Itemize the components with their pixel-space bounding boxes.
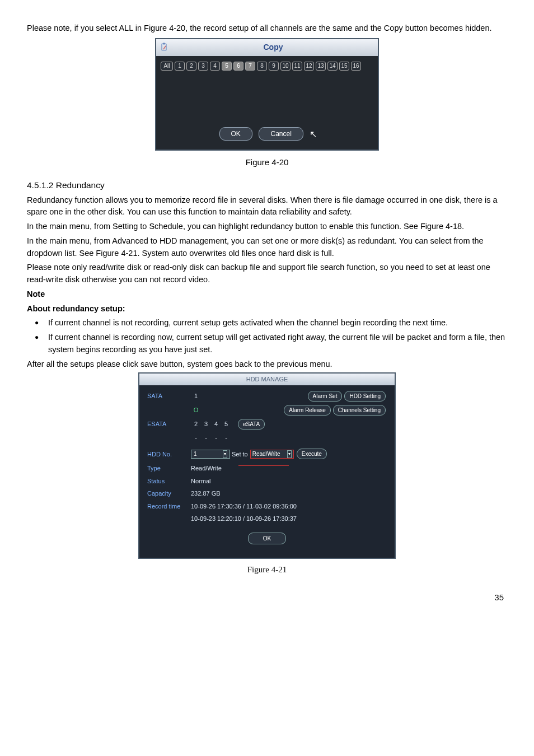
sata-num: 1 bbox=[191, 391, 201, 401]
set-to-select[interactable]: Read/Write ▾ bbox=[250, 450, 294, 459]
section-p2: In the main menu, from Setting to Schedu… bbox=[27, 221, 507, 233]
sata-label: SATA bbox=[147, 391, 191, 401]
figure-4-20-caption: Figure 4-20 bbox=[27, 156, 507, 169]
copy-dialog: Copy All 1 2 3 4 5 6 7 8 9 10 11 12 13 1… bbox=[155, 38, 379, 151]
set-to-label: Set to bbox=[232, 450, 248, 459]
channels-setting-button[interactable]: Channels Setting bbox=[333, 405, 386, 416]
figure-4-21-caption: Figure 4-21 bbox=[27, 563, 507, 576]
hdd-setting-button[interactable]: HDD Setting bbox=[344, 391, 386, 402]
cancel-button[interactable]: Cancel bbox=[259, 127, 303, 141]
record-time-label: Record time bbox=[147, 502, 191, 511]
section-p5: After all the setups please click save b… bbox=[27, 358, 507, 371]
esata-5: 5 bbox=[221, 419, 231, 429]
capacity-label: Capacity bbox=[147, 489, 191, 498]
svg-rect-1 bbox=[163, 43, 165, 44]
hdd-manage-dialog: HDD MANAGE SATA 1 Alarm Set HDD Setting … bbox=[138, 372, 396, 559]
esata-label: ESATA bbox=[147, 419, 191, 429]
ok-button[interactable]: OK bbox=[219, 127, 252, 141]
status-label: Status bbox=[147, 477, 191, 486]
set-to-value: Read/Write bbox=[252, 450, 280, 458]
alarm-release-button[interactable]: Alarm Release bbox=[284, 405, 331, 416]
channel-11[interactable]: 11 bbox=[292, 62, 302, 71]
hdd-ok-button[interactable]: OK bbox=[248, 533, 286, 544]
clipboard-icon bbox=[158, 41, 171, 54]
hdd-manage-title: HDD MANAGE bbox=[139, 374, 395, 385]
bullet-2: If current channel is recording now, cur… bbox=[35, 332, 507, 356]
esata-3: 3 bbox=[201, 419, 211, 429]
bullet-1: If current channel is not recording, cur… bbox=[35, 317, 507, 329]
note-heading: Note bbox=[27, 288, 507, 301]
hdd-no-label: HDD No. bbox=[147, 450, 191, 459]
hdd-no-select[interactable]: 1 ▾ bbox=[191, 450, 230, 459]
channel-3[interactable]: 3 bbox=[198, 62, 208, 71]
channel-1[interactable]: 1 bbox=[175, 62, 185, 71]
cursor-icon: ↖ bbox=[310, 128, 317, 141]
intro-paragraph: Please note, if you select ALL in Figure… bbox=[27, 22, 507, 35]
channel-14[interactable]: 14 bbox=[327, 62, 338, 71]
section-p3: In the main menu, from Advanced to HDD m… bbox=[27, 235, 507, 260]
esata-4: 4 bbox=[211, 419, 221, 429]
channel-7[interactable]: 7 bbox=[245, 62, 255, 71]
channel-16[interactable]: 16 bbox=[351, 62, 361, 71]
copy-dialog-titlebar: Copy bbox=[156, 39, 378, 56]
channel-10[interactable]: 10 bbox=[280, 62, 291, 71]
about-heading: About redundancy setup: bbox=[27, 303, 507, 315]
channel-row: All 1 2 3 4 5 6 7 8 9 10 11 12 13 14 15 … bbox=[161, 62, 373, 71]
record-time-line2: 10-09-23 12:20:10 / 10-09-26 17:30:37 bbox=[191, 514, 297, 524]
chevron-down-icon: ▾ bbox=[287, 450, 292, 458]
hdd-no-value: 1 bbox=[194, 450, 197, 458]
status-value: Normal bbox=[191, 477, 210, 486]
type-label: Type bbox=[147, 464, 191, 473]
section-heading: 4.5.1.2 Redundancy bbox=[27, 179, 507, 192]
record-time-line1: 10-09-26 17:30:36 / 11-03-02 09:36:00 bbox=[191, 502, 297, 511]
page-number: 35 bbox=[27, 591, 507, 604]
section-p1: Redundancy function allows you to memori… bbox=[27, 194, 507, 219]
channel-6[interactable]: 6 bbox=[233, 62, 243, 71]
channel-8[interactable]: 8 bbox=[257, 62, 267, 71]
channel-5[interactable]: 5 bbox=[222, 62, 232, 71]
channel-2[interactable]: 2 bbox=[186, 62, 196, 71]
channel-15[interactable]: 15 bbox=[339, 62, 349, 71]
section-p4: Please note only read/write disk or read… bbox=[27, 262, 507, 286]
esata-2: 2 bbox=[191, 419, 201, 429]
channel-9[interactable]: 9 bbox=[269, 62, 279, 71]
channel-all-button[interactable]: All bbox=[161, 62, 173, 71]
channel-13[interactable]: 13 bbox=[316, 62, 326, 71]
channel-12[interactable]: 12 bbox=[304, 62, 314, 71]
sata-mark: O bbox=[191, 405, 201, 415]
copy-dialog-title: Copy bbox=[171, 41, 376, 53]
type-value: Read/Write bbox=[191, 464, 222, 473]
capacity-value: 232.87 GB bbox=[191, 489, 221, 498]
channel-4[interactable]: 4 bbox=[210, 62, 220, 71]
svg-rect-0 bbox=[162, 44, 166, 50]
execute-button[interactable]: Execute bbox=[297, 449, 327, 459]
alarm-set-button[interactable]: Alarm Set bbox=[308, 391, 343, 402]
esata-button[interactable]: eSATA bbox=[238, 419, 265, 430]
chevron-down-icon: ▾ bbox=[223, 450, 227, 458]
